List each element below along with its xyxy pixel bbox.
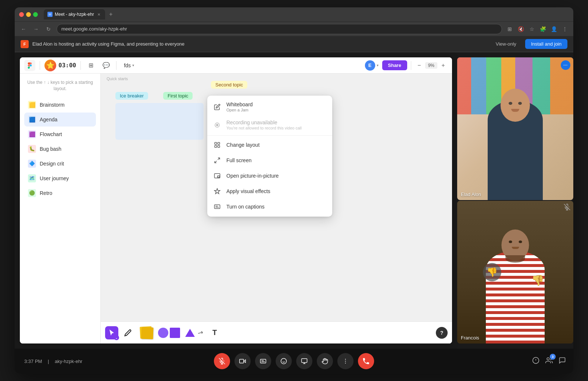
figma-menu-button[interactable]: [24, 60, 35, 71]
svg-rect-21: [261, 359, 266, 363]
svg-line-7: [215, 161, 216, 163]
user-avatar-button[interactable]: E: [365, 60, 375, 71]
reaction-overlay: 👎: [483, 263, 501, 281]
browser-icons: ⊞ 🔇 ☆ 🧩 👤 ⋮: [506, 25, 569, 33]
designcrit-icon: 🔷: [28, 160, 36, 168]
refresh-button[interactable]: ↻: [44, 25, 53, 33]
menu-item-pip[interactable]: Open picture-in-picture: [207, 168, 332, 184]
meet-notification: F Elad Alon is hosting an activity using…: [15, 36, 573, 52]
url-text: meet.google.com/aky-hzpk-ehr: [61, 26, 127, 32]
extensions2-icon[interactable]: 🧩: [539, 25, 547, 33]
divider-1: [40, 61, 40, 70]
cursor-tool-button[interactable]: [105, 326, 118, 339]
canvas-label: Quick starts: [107, 76, 128, 81]
captions-label: Turn on captions: [226, 204, 265, 210]
figma-canvas: Quick starts Ice breaker First topic Sec…: [101, 74, 452, 343]
divider-2: [80, 61, 81, 70]
close-button[interactable]: [19, 12, 24, 17]
badge-dots: ···: [563, 63, 567, 67]
pip-label: Open picture-in-picture: [226, 173, 279, 179]
timer-avatar-img: ⭐: [44, 60, 56, 71]
template-designcrit[interactable]: 🔷 Design crit: [24, 157, 96, 171]
menu-item-captions[interactable]: Turn on captions: [207, 199, 332, 214]
template-userjourney[interactable]: 🗺️ User journey: [24, 171, 96, 185]
zoom-in-button[interactable]: +: [439, 61, 448, 70]
menu-item-visual-effects[interactable]: Apply visual effects: [207, 184, 332, 199]
brainstorm-icon: 🟨: [28, 101, 36, 109]
captions-ctrl-button[interactable]: [255, 353, 271, 369]
share-button[interactable]: Share: [382, 60, 407, 70]
participants-button[interactable]: 3: [545, 357, 553, 366]
bookmark-icon[interactable]: ☆: [528, 25, 536, 33]
francois-head: [502, 229, 529, 261]
menu-item-change-layout[interactable]: Change layout: [207, 137, 332, 153]
mute-icon[interactable]: 🔇: [517, 25, 525, 33]
figma-content: Use the ↑ ↓ keys to pick a starting layo…: [20, 74, 452, 343]
back-button[interactable]: ←: [19, 25, 28, 33]
more-options-button[interactable]: [337, 353, 354, 369]
new-tab-button[interactable]: +: [107, 10, 115, 19]
layout-view-button[interactable]: ⊞: [85, 60, 96, 71]
camera-button[interactable]: [234, 353, 251, 369]
elad-name-label: Elad Alon: [461, 192, 481, 197]
info-button[interactable]: [532, 357, 539, 366]
tab-bar: M Meet - aky-hzpk-ehr ✕ +: [44, 9, 569, 19]
comments-button[interactable]: 💬: [101, 60, 112, 71]
userjourney-label: User journey: [40, 175, 69, 181]
svg-rect-4: [215, 146, 216, 147]
zoom-value-button[interactable]: 9%: [425, 62, 437, 69]
elad-video: [457, 57, 573, 200]
zoom-out-button[interactable]: −: [415, 61, 424, 70]
canvas-content: Quick starts Ice breaker First topic Sec…: [101, 74, 452, 321]
menu-item-fullscreen[interactable]: Full screen: [207, 153, 332, 168]
template-agenda[interactable]: 🟦 Agenda: [24, 113, 96, 127]
francois-video: 👎 👎: [457, 201, 573, 343]
recording-subtitle: You're not allowed to record this video …: [226, 126, 302, 130]
elad-eye-right: [518, 102, 522, 105]
recording-text: Recording unavailable You're not allowed…: [226, 120, 302, 130]
tab-favicon: M: [47, 12, 53, 17]
blue-card-area: [115, 103, 204, 140]
text-tool-button[interactable]: T: [208, 326, 221, 339]
menu-icon[interactable]: ⋮: [561, 25, 569, 33]
mic-muted-icon: [564, 204, 570, 212]
help-button[interactable]: ?: [436, 327, 448, 339]
mic-button[interactable]: [214, 353, 230, 369]
chat-button[interactable]: [559, 357, 566, 366]
emoji-button[interactable]: [276, 353, 292, 369]
tab-close-button[interactable]: ✕: [96, 12, 101, 17]
fullscreen-icon: [213, 156, 221, 164]
shapes-button[interactable]: [158, 326, 180, 339]
template-brainstorm[interactable]: 🟨 Brainstorm: [24, 98, 96, 112]
sticky-note-button[interactable]: [137, 326, 155, 339]
file-name-text: fds: [124, 63, 131, 68]
hand-raise-button[interactable]: [317, 353, 333, 369]
template-retro[interactable]: 🟢 Retro: [24, 186, 96, 200]
retro-icon: 🟢: [28, 189, 36, 197]
view-only-button[interactable]: View-only: [491, 39, 521, 49]
address-input[interactable]: meet.google.com/aky-hzpk-ehr: [57, 24, 502, 34]
visual-effects-label: Apply visual effects: [226, 188, 270, 194]
recording-label: Recording unavailable: [226, 120, 302, 125]
file-name-button[interactable]: fds ▾: [121, 61, 137, 70]
first-topic-card: First topic: [163, 92, 193, 100]
maximize-button[interactable]: [33, 12, 38, 17]
active-tab[interactable]: M Meet - aky-hzpk-ehr ✕: [44, 9, 105, 19]
profiles-icon[interactable]: 👤: [550, 25, 558, 33]
template-flowchart[interactable]: 🟪 Flowchart: [24, 127, 96, 141]
forward-button[interactable]: →: [32, 25, 40, 33]
end-call-button[interactable]: [358, 353, 374, 369]
minimize-button[interactable]: [26, 12, 31, 17]
video-panel: ··· Elad Alon: [452, 52, 573, 349]
menu-item-whiteboard[interactable]: Whiteboard Open a Jam: [207, 98, 332, 116]
template-bugbash[interactable]: 🐛 Bug bash: [24, 142, 96, 156]
install-join-button[interactable]: Install and join: [525, 39, 567, 49]
browser-window: M Meet - aky-hzpk-ehr ✕ + ← → ↻ meet.goo…: [15, 7, 573, 374]
present-button[interactable]: [296, 353, 312, 369]
svg-rect-10: [215, 205, 220, 209]
triangle-arrow-button[interactable]: ↗: [183, 326, 205, 339]
agenda-label: Agenda: [40, 117, 57, 122]
pencil-tool-button[interactable]: [121, 326, 135, 339]
bottom-right-controls: 3: [532, 357, 566, 366]
extensions-icon[interactable]: ⊞: [506, 25, 514, 33]
